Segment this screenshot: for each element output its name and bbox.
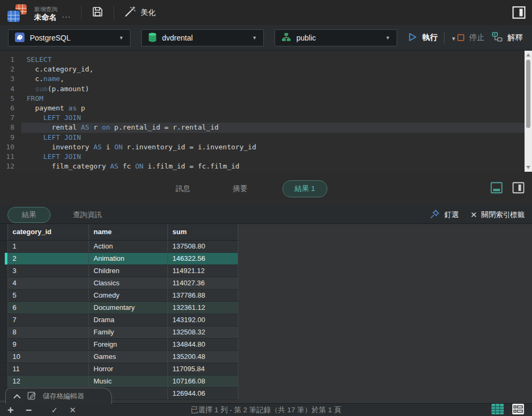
code-line[interactable]: FROM bbox=[21, 94, 525, 103]
stop-button[interactable]: 停止 bbox=[457, 33, 485, 43]
table-row[interactable]: 6Documentary132361.12 bbox=[0, 301, 238, 314]
split-layout-button[interactable] bbox=[512, 6, 526, 21]
table-cell[interactable]: Action bbox=[88, 240, 167, 252]
add-row-button[interactable]: + bbox=[7, 405, 26, 415]
column-header[interactable]: category_id bbox=[7, 224, 88, 240]
scroll-up-icon[interactable] bbox=[526, 53, 530, 57]
beautify-button[interactable]: 美化 bbox=[124, 6, 156, 19]
code-line[interactable]: c.category_id, bbox=[21, 65, 525, 74]
table-cell[interactable]: 132361.12 bbox=[167, 301, 238, 314]
table-cell[interactable]: Horror bbox=[88, 363, 167, 375]
table-cell[interactable]: Games bbox=[88, 350, 167, 363]
run-button[interactable]: 執行 bbox=[407, 32, 438, 44]
run-options-button[interactable]: ▼ bbox=[451, 33, 456, 43]
table-cell[interactable]: 12 bbox=[7, 375, 88, 387]
sql-editor[interactable]: 123456789101112 SELECT c.category_id, c.… bbox=[0, 51, 532, 172]
delete-row-button[interactable]: − bbox=[26, 405, 44, 415]
table-cell[interactable]: 132508.32 bbox=[167, 326, 238, 338]
table-row[interactable]: 5Comedy137786.88 bbox=[0, 289, 238, 301]
table-cell[interactable]: 117095.84 bbox=[167, 363, 238, 375]
code-line[interactable]: rental AS r on p.rental_id = r.rental_id bbox=[21, 123, 525, 132]
row-selector[interactable] bbox=[0, 314, 7, 326]
row-selector[interactable] bbox=[0, 277, 7, 289]
tab-result-1[interactable]: 結果 1 bbox=[283, 180, 327, 197]
row-selector[interactable] bbox=[0, 350, 7, 363]
table-cell[interactable]: 6 bbox=[7, 301, 88, 314]
table-row[interactable]: 10Games135200.48 bbox=[0, 350, 238, 363]
code-line[interactable]: payment as p bbox=[21, 103, 525, 113]
tab-results[interactable]: 結果 bbox=[7, 207, 51, 223]
tab-more-menu-icon[interactable]: ··· bbox=[62, 12, 71, 22]
table-cell[interactable]: Documentary bbox=[88, 301, 167, 314]
table-row[interactable]: 7Drama143192.00 bbox=[0, 314, 238, 326]
table-cell[interactable]: Drama bbox=[88, 314, 167, 326]
table-cell[interactable]: Comedy bbox=[88, 289, 167, 301]
table-cell[interactable]: 8 bbox=[7, 326, 88, 338]
code-line[interactable]: LEFT JOIN bbox=[21, 152, 525, 162]
row-selector[interactable] bbox=[0, 289, 7, 301]
table-row[interactable]: 3Children114921.12 bbox=[0, 265, 238, 277]
table-cell[interactable]: 10 bbox=[7, 350, 88, 363]
table-cell[interactable]: 3 bbox=[7, 265, 88, 277]
table-row[interactable]: 4Classics114027.36 bbox=[0, 277, 238, 289]
table-cell[interactable]: 9 bbox=[7, 338, 88, 350]
table-cell[interactable]: Animation bbox=[88, 252, 167, 265]
table-cell[interactable]: 114921.12 bbox=[167, 265, 238, 277]
database-select[interactable]: dvdrental ▼ bbox=[141, 29, 264, 46]
row-selector[interactable] bbox=[0, 240, 7, 252]
close-tab-button[interactable]: ✕ 關閉索引標籤 bbox=[470, 210, 525, 220]
code-line[interactable]: c.name, bbox=[21, 74, 525, 84]
row-selector[interactable] bbox=[0, 326, 7, 338]
table-row[interactable]: 12Music107166.08 bbox=[0, 375, 238, 387]
row-selector[interactable] bbox=[0, 338, 7, 350]
code-line[interactable]: SELECT bbox=[21, 55, 525, 65]
explain-button[interactable]: 解釋 bbox=[492, 32, 523, 43]
table-row[interactable]: 2Animation146322.56 bbox=[0, 252, 238, 265]
row-selector[interactable] bbox=[0, 301, 7, 314]
table-cell[interactable]: 7 bbox=[7, 314, 88, 326]
tab-query-info[interactable]: 查詢資訊 bbox=[66, 207, 109, 222]
row-selector[interactable] bbox=[0, 252, 7, 265]
code-line[interactable]: LEFT JOIN bbox=[21, 113, 525, 123]
table-cell[interactable]: Family bbox=[88, 326, 167, 338]
code-line[interactable]: sum(p.amount) bbox=[21, 84, 525, 94]
table-cell[interactable]: 135200.48 bbox=[167, 350, 238, 363]
code-area[interactable]: SELECT c.category_id, c.name, sum(p.amou… bbox=[21, 51, 525, 172]
table-row[interactable]: 8Family132508.32 bbox=[0, 326, 238, 338]
tab-messages[interactable]: 訊息 bbox=[168, 181, 198, 197]
discard-changes-button[interactable]: ✕ bbox=[69, 406, 87, 414]
code-line[interactable]: inventory AS i ON r.inventory_id = i.inv… bbox=[21, 142, 525, 152]
code-line[interactable]: film_category AS fc ON i.film_id = fc.fi… bbox=[21, 162, 525, 171]
row-selector[interactable] bbox=[0, 375, 7, 387]
form-view-button[interactable] bbox=[512, 403, 525, 416]
pin-button[interactable]: 釘選 bbox=[430, 209, 458, 221]
row-selector[interactable] bbox=[0, 363, 7, 375]
table-cell[interactable]: 146322.56 bbox=[167, 252, 238, 265]
table-cell[interactable]: Foreign bbox=[88, 338, 167, 350]
schema-select[interactable]: public ▼ bbox=[275, 29, 397, 46]
vertical-split-button[interactable] bbox=[512, 182, 525, 196]
query-tab[interactable]: 新增查詢 未命名 ··· bbox=[7, 4, 71, 22]
column-header[interactable]: name bbox=[88, 224, 167, 240]
table-cell[interactable]: 137508.80 bbox=[167, 240, 238, 252]
grid-view-button[interactable] bbox=[491, 403, 504, 416]
table-cell[interactable]: 5 bbox=[7, 289, 88, 301]
row-selector-header[interactable] bbox=[0, 224, 7, 240]
code-line[interactable]: LEFT JOIN bbox=[21, 133, 525, 142]
table-row[interactable]: 9Foreign134844.80 bbox=[0, 338, 238, 350]
apply-changes-button[interactable]: ✓ bbox=[51, 406, 69, 414]
table-cell[interactable]: 126944.06 bbox=[167, 387, 238, 399]
result-table[interactable]: category_idnamesum 1Action137508.802Anim… bbox=[0, 224, 238, 400]
table-cell[interactable]: Children bbox=[88, 265, 167, 277]
table-cell[interactable]: 1 bbox=[7, 240, 88, 252]
table-cell[interactable]: 143192.00 bbox=[167, 314, 238, 326]
table-row[interactable]: 1Action137508.80 bbox=[0, 240, 238, 252]
column-header[interactable]: sum bbox=[167, 224, 238, 240]
save-button[interactable] bbox=[92, 6, 103, 19]
table-cell[interactable]: 11 bbox=[7, 363, 88, 375]
table-cell[interactable]: 114027.36 bbox=[167, 277, 238, 289]
table-cell[interactable]: 4 bbox=[7, 277, 88, 289]
table-cell[interactable]: 107166.08 bbox=[167, 375, 238, 387]
table-cell[interactable]: 137786.88 bbox=[167, 289, 238, 301]
table-cell[interactable]: Music bbox=[88, 375, 167, 387]
